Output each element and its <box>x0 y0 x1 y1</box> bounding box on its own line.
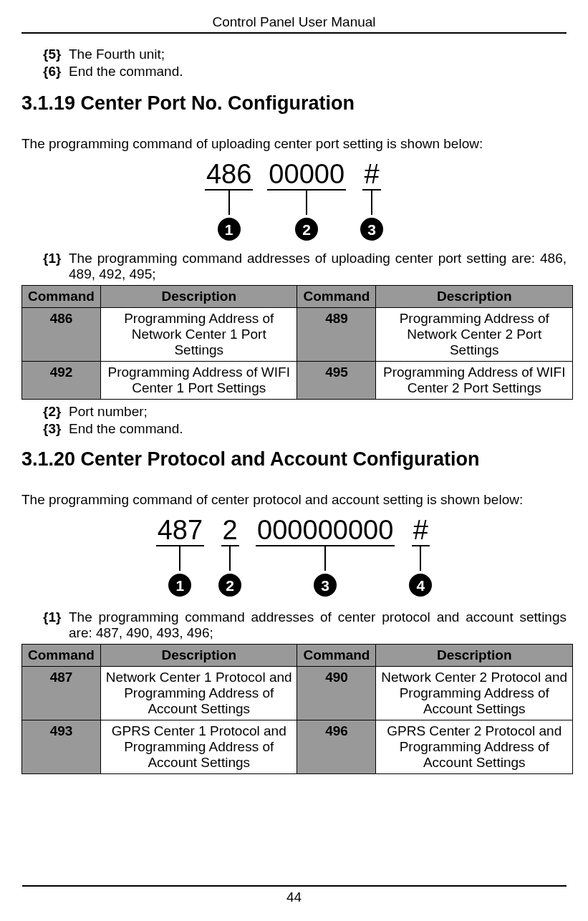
table-cell-desc: Network Center 2 Protocol and Programmin… <box>376 667 573 720</box>
list-text: Port number; <box>69 404 567 420</box>
table-cell-command: 495 <box>297 362 376 400</box>
segment-stem <box>324 546 326 571</box>
table-header: Command <box>297 645 376 667</box>
table-port-commands: Command Description Command Description … <box>21 285 573 400</box>
segment-text: 2 <box>221 516 239 546</box>
segment-stem <box>371 191 372 215</box>
segment-stem <box>228 191 230 215</box>
segment-circle: 2 <box>295 218 318 241</box>
table-cell-desc: Network Center 1 Protocol and Programmin… <box>100 667 297 720</box>
table-cell-desc: Programming Address of Network Center 2 … <box>376 308 573 362</box>
segment-text: # <box>362 160 380 191</box>
list-text: End the command. <box>69 421 567 437</box>
segment-stem <box>179 546 180 571</box>
table-header: Command <box>22 286 101 308</box>
table-header: Command <box>297 286 376 308</box>
segment-circle: 1 <box>168 574 191 597</box>
list-text: The Fourth unit; <box>69 47 567 62</box>
header-title: Control Panel User Manual <box>212 14 375 29</box>
segment-stem <box>420 546 421 571</box>
diagram-row: 487 1 2 2 000000000 3 # 4 <box>149 516 440 597</box>
table-cell-command: 492 <box>22 362 101 400</box>
diagram-segment: 000000000 3 <box>256 516 395 597</box>
section-heading-3-1-20: 3.1.20 Center Protocol and Account Confi… <box>21 448 567 471</box>
list-marker: {5} <box>43 47 69 62</box>
table-row: 486 Programming Address of Network Cente… <box>22 308 573 362</box>
table-header-row: Command Description Command Description <box>22 286 573 308</box>
diagram-segment: 486 1 <box>205 160 253 241</box>
table-cell-desc: Programming Address of WIFI Center 1 Por… <box>100 362 297 400</box>
list-marker: {1} <box>43 251 69 282</box>
list-text: End the command. <box>69 64 567 79</box>
table-protocol-commands: Command Description Command Description … <box>21 644 573 774</box>
segment-text: 487 <box>156 516 204 546</box>
page-number: 44 <box>22 885 567 905</box>
diagram-row: 486 1 00000 2 # 3 <box>198 160 390 241</box>
segment-stem <box>229 546 231 571</box>
table-cell-command: 493 <box>22 720 101 774</box>
section2-intro: The programming command of center protoc… <box>21 492 567 508</box>
list-item: {2} Port number; <box>43 404 567 420</box>
table-row: 492 Programming Address of WIFI Center 1… <box>22 362 573 400</box>
table-header: Description <box>376 286 573 308</box>
list-item: {1} The programming command addresses of… <box>43 609 567 641</box>
segment-circle: 1 <box>218 218 241 241</box>
list-marker: {6} <box>43 64 69 79</box>
diagram-segment: # 4 <box>409 516 432 597</box>
table-header: Description <box>100 645 297 667</box>
table-row: 493 GPRS Center 1 Protocol and Programmi… <box>22 720 573 774</box>
table-cell-desc: GPRS Center 2 Protocol and Programming A… <box>376 720 573 774</box>
table-header: Description <box>376 645 573 667</box>
segment-stem <box>306 191 307 215</box>
table-row: 487 Network Center 1 Protocol and Progra… <box>22 667 573 720</box>
section1-intro: The programming command of uploading cen… <box>21 136 567 152</box>
section2-explain-list: {1} The programming command addresses of… <box>43 609 567 641</box>
list-item: {6} End the command. <box>43 64 567 79</box>
list-marker: {2} <box>43 404 69 420</box>
table-cell-command: 486 <box>22 308 101 362</box>
list-marker: {3} <box>43 421 69 437</box>
diagram-segment: 487 1 <box>156 516 204 597</box>
list-marker: {1} <box>43 609 69 641</box>
list-text: The programming command addresses of upl… <box>69 251 567 282</box>
list-text: The programming command addresses of cen… <box>69 609 567 641</box>
page: Control Panel User Manual {5} The Fourth… <box>0 0 588 921</box>
segment-circle: 4 <box>409 574 432 597</box>
segment-text: 486 <box>205 160 253 191</box>
table-cell-desc: GPRS Center 1 Protocol and Programming A… <box>100 720 297 774</box>
segment-text: 00000 <box>267 160 346 191</box>
section1-explain-list: {1} The programming command addresses of… <box>43 251 567 282</box>
diagram-2: 487 1 2 2 000000000 3 # 4 <box>21 516 567 597</box>
diagram-segment: 00000 2 <box>267 160 346 241</box>
page-header: Control Panel User Manual <box>21 14 567 34</box>
table-cell-command: 496 <box>297 720 376 774</box>
list-item: {5} The Fourth unit; <box>43 47 567 62</box>
diagram-1: 486 1 00000 2 # 3 <box>21 160 567 241</box>
table-cell-desc: Programming Address of Network Center 1 … <box>100 308 297 362</box>
table-header: Command <box>22 645 101 667</box>
segment-text: 000000000 <box>256 516 395 546</box>
section-heading-3-1-19: 3.1.19 Center Port No. Configuration <box>21 92 567 115</box>
segment-circle: 3 <box>360 218 383 241</box>
segment-circle: 3 <box>314 574 337 597</box>
segment-text: # <box>412 516 430 546</box>
table-header: Description <box>100 286 297 308</box>
diagram-segment: # 3 <box>360 160 383 241</box>
table-cell-desc: Programming Address of WIFI Center 2 Por… <box>376 362 573 400</box>
top-list: {5} The Fourth unit; {6} End the command… <box>43 47 567 79</box>
diagram-segment: 2 2 <box>218 516 241 597</box>
list-item: {1} The programming command addresses of… <box>43 251 567 282</box>
list-item: {3} End the command. <box>43 421 567 437</box>
table-cell-command: 487 <box>22 667 101 720</box>
table-cell-command: 489 <box>297 308 376 362</box>
segment-circle: 2 <box>218 574 241 597</box>
section1-post-list: {2} Port number; {3} End the command. <box>43 404 567 437</box>
table-cell-command: 490 <box>297 667 376 720</box>
table-header-row: Command Description Command Description <box>22 645 573 667</box>
